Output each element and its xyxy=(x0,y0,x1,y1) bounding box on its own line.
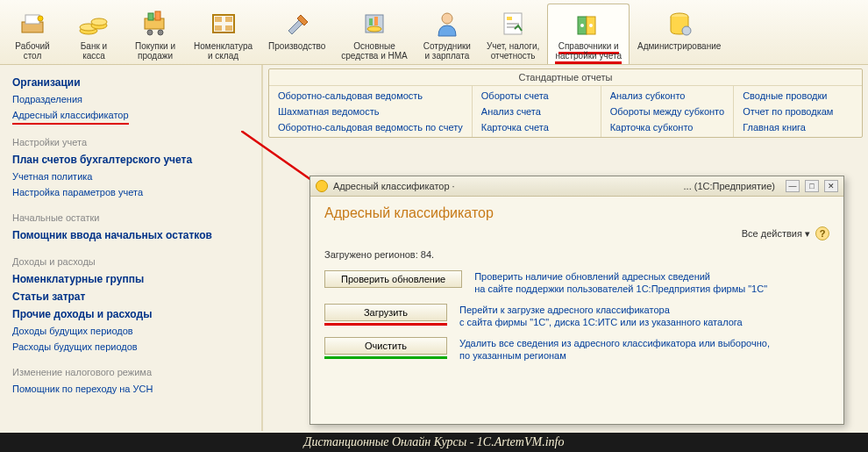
cart-icon xyxy=(138,8,173,39)
svg-point-8 xyxy=(147,30,153,35)
sidebar-link-organizations[interactable]: Организации xyxy=(12,74,256,91)
toolbar-production[interactable]: Производство xyxy=(260,4,333,64)
sidebar-link[interactable]: Статьи затрат xyxy=(12,288,256,305)
folders-icon xyxy=(571,8,606,39)
sidebar-group-title: Настройки учета xyxy=(12,137,256,147)
check-update-desc: Проверить наличие обновлений адресных св… xyxy=(474,270,767,295)
sidebar-group-4: Изменение налогового режима Помощник по … xyxy=(12,367,256,397)
safe-icon xyxy=(357,8,392,39)
svg-rect-13 xyxy=(215,17,222,22)
toolbar-admin[interactable]: Администрирование xyxy=(630,4,729,64)
svg-rect-10 xyxy=(148,13,153,20)
sidebar-group-0: Организации Подразделения Адресный класс… xyxy=(12,74,256,125)
main-toolbar: Рабочий стол Банк и касса Покупки и прод… xyxy=(0,0,868,65)
dialog-heading: Адресный классификатор xyxy=(324,205,829,221)
toolbar-staff[interactable]: Сотрудники и зарплата xyxy=(416,4,479,64)
sidebar-link[interactable]: План счетов бухгалтерского учета xyxy=(12,151,256,169)
sidebar-link[interactable]: Настройка параметров учета xyxy=(12,184,256,200)
toolbar-sales[interactable]: Покупки и продажи xyxy=(125,4,186,64)
load-button[interactable]: Загрузить xyxy=(324,304,447,321)
svg-point-21 xyxy=(442,13,452,24)
sidebar-group-title: Доходы и расходы xyxy=(12,256,256,267)
sidebar-group-title: Изменение налогового режима xyxy=(12,367,256,377)
sidebar-group-1: Настройки учета План счетов бухгалтерско… xyxy=(12,137,256,200)
shelves-icon xyxy=(206,8,241,39)
database-icon xyxy=(662,8,697,39)
content-area: Стандартные отчеты Оборотно-сальдовая ве… xyxy=(263,65,868,431)
toolbar-desktop[interactable]: Рабочий стол xyxy=(2,4,63,64)
sidebar-link[interactable]: Помощник по переходу на УСН xyxy=(12,381,256,397)
clear-button[interactable]: Очистить xyxy=(324,337,447,355)
report-link[interactable]: Обороты счета xyxy=(473,88,601,104)
report-link[interactable]: Карточка субконто xyxy=(601,119,733,135)
svg-point-18 xyxy=(367,26,381,32)
sidebar-link-address-classifier[interactable]: Адресный классификатор xyxy=(12,107,129,125)
svg-point-9 xyxy=(158,30,163,35)
report-link[interactable]: Главная книга xyxy=(734,119,862,135)
report-link[interactable]: Карточка счета xyxy=(473,119,601,135)
load-desc: Перейти к загрузке адресного классификат… xyxy=(459,304,743,328)
svg-point-28 xyxy=(580,24,584,27)
tools-icon xyxy=(280,8,315,39)
address-classifier-dialog: Адресный классификатор · ... (1С:Предпри… xyxy=(309,176,844,425)
help-icon[interactable]: ? xyxy=(815,226,829,240)
report-link[interactable]: Обороты между субконто xyxy=(601,104,733,119)
footer-watermark: Дистанционные Онлайн Курсы - 1C.ArtemVM.… xyxy=(0,433,868,452)
svg-rect-19 xyxy=(369,18,373,25)
svg-rect-23 xyxy=(507,17,512,20)
coins-icon xyxy=(76,8,111,39)
svg-point-29 xyxy=(589,24,593,27)
dialog-titlebar[interactable]: Адресный классификатор · ... (1С:Предпри… xyxy=(310,176,843,197)
toolbar-assets[interactable]: Основные средства и НМА xyxy=(333,4,415,64)
close-button[interactable]: ✕ xyxy=(824,180,838,192)
report-link[interactable]: Анализ субконто xyxy=(601,88,733,104)
report-link[interactable]: Оборотно-сальдовая ведомость по счету xyxy=(269,119,472,135)
toolbar-stock[interactable]: Номенклатура и склад xyxy=(186,4,260,64)
toolbar-bank[interactable]: Банк и касса xyxy=(63,4,125,64)
sidebar-link[interactable]: Учетная политика xyxy=(12,169,256,184)
svg-rect-15 xyxy=(215,25,222,31)
report-link[interactable]: Шахматная ведомость xyxy=(269,104,472,119)
sidebar-link[interactable]: Номенклатурные группы xyxy=(12,270,256,288)
sidebar-group-title: Начальные остатки xyxy=(12,212,256,223)
svg-rect-16 xyxy=(225,25,232,31)
report-link[interactable]: Сводные проводки xyxy=(734,88,862,104)
desk-icon xyxy=(15,8,50,39)
reports-panel: Стандартные отчеты Оборотно-сальдовая ве… xyxy=(268,68,863,138)
sidebar-link[interactable]: Доходы будущих периодов xyxy=(12,323,256,339)
sidebar-link[interactable]: Помощник ввода начальных остатков xyxy=(12,226,256,244)
sidebar-link[interactable]: Расходы будущих периодов xyxy=(12,339,256,355)
check-update-button[interactable]: Проверить обновление xyxy=(324,270,462,288)
svg-point-31 xyxy=(682,26,691,35)
svg-rect-1 xyxy=(25,15,39,24)
svg-rect-14 xyxy=(225,17,232,22)
report-icon xyxy=(495,8,530,39)
reports-panel-title: Стандартные отчеты xyxy=(269,69,862,86)
svg-rect-7 xyxy=(145,18,164,29)
sidebar: Организации Подразделения Адресный класс… xyxy=(0,65,263,431)
sidebar-link[interactable]: Прочие доходы и расходы xyxy=(12,305,256,323)
report-link[interactable]: Анализ счета xyxy=(473,104,601,119)
sidebar-group-3: Доходы и расходы Номенклатурные группы С… xyxy=(12,256,256,355)
minimize-button[interactable]: — xyxy=(786,180,800,192)
sidebar-link-departments[interactable]: Подразделения xyxy=(12,91,256,107)
sidebar-group-2: Начальные остатки Помощник ввода начальн… xyxy=(12,212,256,244)
toolbar-tax[interactable]: Учет, налоги, отчетность xyxy=(479,4,547,64)
maximize-button[interactable]: □ xyxy=(805,180,819,192)
svg-rect-11 xyxy=(155,11,160,20)
app-1c-icon xyxy=(316,180,328,192)
person-icon xyxy=(430,8,465,39)
svg-rect-20 xyxy=(374,17,378,25)
report-link[interactable]: Отчет по проводкам xyxy=(734,104,862,119)
clear-desc: Удалить все сведения из адресного класси… xyxy=(459,337,770,362)
toolbar-settings[interactable]: Справочники и настройки учета xyxy=(547,4,630,64)
svg-point-6 xyxy=(91,18,107,25)
regions-status: Загружено регионов: 84. xyxy=(324,249,829,260)
svg-point-2 xyxy=(38,16,43,21)
all-actions-menu[interactable]: Все действия ▾ xyxy=(742,228,810,240)
report-link[interactable]: Оборотно-сальдовая ведомость xyxy=(269,88,472,104)
